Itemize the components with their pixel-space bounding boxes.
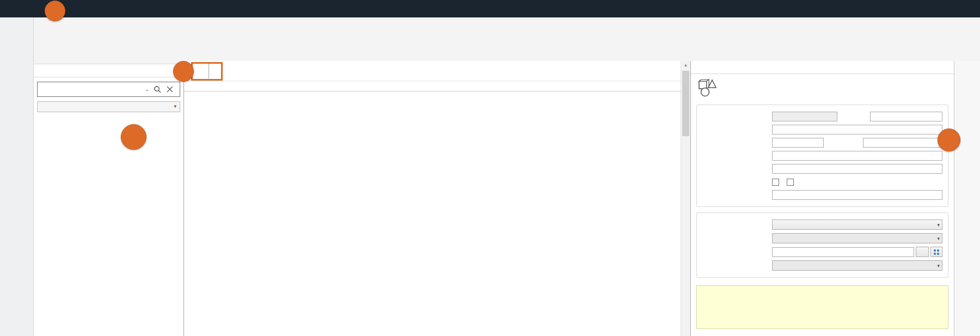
tender-group-link-icon[interactable] [930,247,942,257]
add-filter-dropdown[interactable]: ▾ [37,101,180,112]
reference-field[interactable] [772,164,942,174]
note-textarea[interactable] [696,285,948,329]
annotation-highlight-rect [191,62,223,81]
price-date-field[interactable] [863,138,942,148]
bim-id-field[interactable] [870,112,942,121]
search-history-chevron-icon[interactable]: ⌄ [140,87,154,92]
navigation-pane-title [34,64,183,77]
table-header-row [184,81,690,91]
price-comment-field[interactable] [772,151,942,161]
document-tab-strip [184,61,690,81]
chevron-down-icon: ▾ [174,103,176,109]
clear-search-icon[interactable] [167,86,180,93]
to-be-modeled-checkbox[interactable] [772,179,779,186]
connections-groupbox: ▾ ▾ [696,212,948,278]
item-number-field [772,112,837,121]
drofus-app-window: ⌄ ▾ ▲ [0,0,980,336]
budget-price-field[interactable] [772,138,824,148]
item-icon [697,78,718,97]
properties-side-tabs [954,61,980,336]
scrollbar-thumb[interactable] [682,71,689,136]
tender-group-field[interactable] [772,247,914,257]
search-icon[interactable] [154,85,167,93]
responsibility-select[interactable]: ▾ [772,219,942,230]
scroll-up-icon[interactable]: ▲ [681,61,690,70]
items-table-scrollbar[interactable]: ▲ [681,61,690,336]
items-tab[interactable] [192,63,209,78]
menu-bar [0,0,980,17]
name-bim-id-field[interactable] [772,190,942,200]
module-sidebar [0,17,34,336]
navigation-pane: ⌄ ▾ [34,64,184,336]
items-list-pane [184,61,690,336]
annotation-badge-2-right [938,129,960,151]
general-groupbox [696,105,948,207]
search-input[interactable] [38,82,140,96]
properties-panel: ▾ ▾ [690,61,954,336]
tender-group-browse-button[interactable] [916,247,929,257]
chevron-down-icon: ▾ [937,263,940,268]
name-field[interactable] [772,125,942,135]
default-product-select[interactable]: ▾ [772,260,942,271]
chevron-down-icon: ▾ [937,236,940,241]
annotation-badge-3 [121,124,146,150]
annotation-badge-2 [173,61,194,82]
table-body [184,91,690,336]
ase-checkbox[interactable] [787,179,794,186]
annotation-badge-1 [45,1,65,21]
budget-select[interactable]: ▾ [772,233,942,243]
chevron-down-icon: ▾ [937,222,940,228]
ribbon [34,17,980,64]
